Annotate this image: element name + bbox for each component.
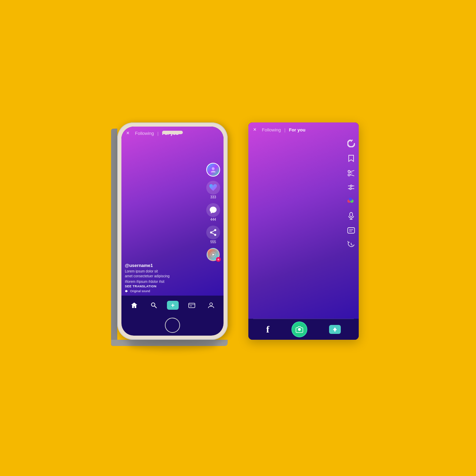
svg-rect-28 <box>348 228 355 233</box>
svg-line-15 <box>350 172 352 173</box>
phone1-notch <box>162 131 183 134</box>
phone1-3d: × Following | For you <box>117 122 228 340</box>
profile-nav-button[interactable] <box>205 300 217 310</box>
svg-point-18 <box>350 185 352 187</box>
close-button[interactable]: × <box>126 130 129 136</box>
phone1-screen: × Following | For you <box>121 127 224 296</box>
color-picker-icon[interactable] <box>347 198 355 206</box>
create-nav-button[interactable]: + <box>167 301 179 310</box>
svg-line-32 <box>351 245 353 245</box>
share-button[interactable] <box>206 226 220 239</box>
like-group: 333 <box>206 181 220 199</box>
phone1-side <box>111 129 117 346</box>
phone2-nav-separator: | <box>284 127 285 132</box>
tiktok-upload-button[interactable] <box>329 325 341 334</box>
phone2-bottom-nav: f <box>248 319 359 340</box>
sound-row: Original sound <box>125 289 205 293</box>
like-count: 333 <box>210 195 216 199</box>
svg-point-24 <box>349 198 352 201</box>
username: @username1 <box>125 263 205 268</box>
bookmark-icon[interactable] <box>348 155 354 164</box>
svg-point-5 <box>151 303 155 306</box>
caption: Lorem ipsum dolor sit amet consectetuer … <box>125 269 205 279</box>
inbox-nav-button[interactable] <box>186 300 198 310</box>
hashtags: #lorem #ipsum #dolor #sit <box>125 280 205 284</box>
comment-group: 444 <box>206 203 220 221</box>
svg-point-10 <box>210 303 212 306</box>
svg-rect-25 <box>350 212 353 217</box>
equalizer-icon[interactable] <box>347 184 355 192</box>
see-translation-button[interactable]: SEE TRANSLATION <box>125 285 205 288</box>
like-button[interactable] <box>206 181 220 195</box>
avatar-icon[interactable]: + <box>206 163 220 177</box>
svg-point-11 <box>348 170 350 172</box>
side-icons: + <box>206 163 220 261</box>
phone1-wrapper: × Following | For you <box>117 122 228 340</box>
svg-point-33 <box>298 328 301 331</box>
svg-rect-3 <box>125 290 126 292</box>
nav-separator: | <box>157 131 158 136</box>
svg-marker-34 <box>333 327 337 331</box>
phone2-nav: × Following | For you <box>248 122 359 137</box>
bottom-info: @username1 Lorem ipsum dolor sit amet co… <box>125 263 205 293</box>
home-hardware-button[interactable] <box>165 318 180 333</box>
avatar-group: + <box>206 163 220 177</box>
svg-line-13 <box>350 170 354 172</box>
microphone-icon[interactable] <box>348 212 354 222</box>
sound-label: Original sound <box>130 289 150 293</box>
scene: × Following | For you <box>117 122 359 340</box>
svg-point-0 <box>212 167 215 170</box>
phone1-shadow <box>128 340 217 350</box>
phone1-bottom-nav: + <box>121 296 224 315</box>
camera-button[interactable] <box>291 321 307 337</box>
refresh-icon[interactable] <box>347 140 355 149</box>
phone1-inner: × Following | For you <box>121 127 224 336</box>
phone2-side-icons <box>347 140 355 250</box>
history-icon[interactable] <box>347 241 355 250</box>
phone2-nav-tabs: Following | For you <box>262 127 305 132</box>
home-nav-button[interactable] <box>128 300 141 310</box>
svg-point-12 <box>348 174 350 176</box>
search-nav-button[interactable] <box>148 300 160 310</box>
phone2-tab-foryou[interactable]: For you <box>289 127 306 132</box>
phone2-flat: × Following | For you <box>248 122 359 340</box>
comment-button[interactable] <box>206 203 220 217</box>
tab-following[interactable]: Following <box>135 131 154 136</box>
svg-rect-7 <box>189 303 195 308</box>
svg-line-14 <box>350 175 354 176</box>
phone1-outer: × Following | For you <box>117 122 228 340</box>
phone2-close-button[interactable]: × <box>253 127 256 133</box>
svg-point-21 <box>350 188 351 190</box>
caption-icon[interactable] <box>347 227 355 235</box>
phone2-tab-following[interactable]: Following <box>262 127 281 132</box>
facebook-button[interactable]: f <box>266 324 269 335</box>
share-group: 555 <box>206 226 220 244</box>
comment-count: 444 <box>210 218 216 221</box>
svg-line-6 <box>155 306 157 308</box>
svg-marker-4 <box>126 290 128 292</box>
scissors-icon[interactable] <box>347 169 355 179</box>
svg-marker-2 <box>212 254 215 256</box>
phone2-screen: × Following | For you <box>248 122 359 319</box>
share-count: 555 <box>210 240 216 244</box>
